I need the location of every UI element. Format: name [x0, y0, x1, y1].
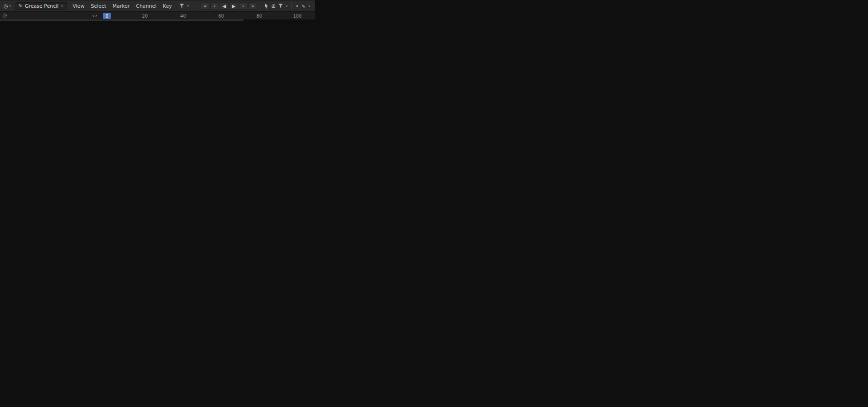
- blender-window: ⊞∨ ◩Object Mode∨ ViewSelectAddObject ◎Cu…: [0, 0, 868, 407]
- frame-tick-20: 20: [142, 14, 148, 19]
- current-frame-indicator[interactable]: 0: [103, 13, 111, 19]
- chev-icon: ∨: [286, 5, 288, 8]
- next-key-button[interactable]: ›: [239, 2, 248, 10]
- play-reverse-button[interactable]: ◀: [220, 2, 229, 10]
- playback-controls: «‹◀▶›»: [201, 2, 257, 10]
- chev-icon: ∨: [308, 5, 310, 8]
- dope-sheet-editor: ◷∨ ✎Grease Pencil∨ ViewSelectMarkerChann…: [0, 0, 315, 19]
- dope-sheet-right-controls[interactable]: ⊞∨•∿∨: [262, 3, 312, 9]
- funnel-button[interactable]: [277, 4, 284, 8]
- wave-icon: ∿: [301, 4, 305, 9]
- grease-pencil-icon: ✎: [19, 4, 23, 9]
- editor-corner-icon[interactable]: ◷: [3, 13, 7, 18]
- menu-view[interactable]: View: [70, 3, 88, 9]
- dope-sheet-filter-controls[interactable]: ∨: [178, 4, 191, 8]
- separator: [291, 3, 292, 9]
- funnel-icon: [278, 4, 283, 8]
- menu-key[interactable]: Key: [160, 3, 175, 9]
- dot-button[interactable]: •: [295, 4, 300, 9]
- ortho-button[interactable]: ⊞: [271, 4, 277, 9]
- chev-button[interactable]: ∨: [186, 5, 190, 8]
- chevron-down-icon: ∨: [61, 5, 63, 8]
- dot-icon: •: [296, 4, 299, 9]
- dope-sheet-mode-dropdown[interactable]: ✎Grease Pencil∨: [15, 2, 67, 10]
- ruler-scroll-arrows[interactable]: ‹›: [92, 13, 98, 18]
- dope-sheet-menus: ViewSelectMarkerChannelKey: [70, 3, 175, 9]
- play-button[interactable]: ▶: [229, 2, 238, 10]
- jump-end-button[interactable]: »: [248, 2, 257, 10]
- frame-tick-40: 40: [180, 14, 186, 19]
- frame-ruler[interactable]: ◷ ‹› 020406080100120140160180200220240 0: [0, 11, 315, 19]
- cursor-arrow-button[interactable]: [263, 3, 270, 9]
- dope-sheet-header: ◷∨ ✎Grease Pencil∨ ViewSelectMarkerChann…: [0, 0, 315, 11]
- arrow-r-sm-icon: ›: [95, 13, 98, 18]
- ortho-icon: ⊞: [272, 4, 276, 9]
- chev-icon: ∨: [187, 5, 189, 8]
- chevron-down-icon: ∨: [9, 5, 11, 8]
- cursor-arrow-icon: [264, 3, 269, 9]
- funnel-button[interactable]: [179, 4, 185, 8]
- dope-sheet-icon: ◷: [4, 4, 8, 9]
- frame-tick-80: 80: [256, 14, 262, 19]
- menu-channel[interactable]: Channel: [133, 3, 160, 9]
- chev-button[interactable]: ∨: [285, 5, 289, 8]
- menu-select[interactable]: Select: [88, 3, 110, 9]
- menu-marker[interactable]: Marker: [110, 3, 133, 9]
- jump-start-button[interactable]: «: [201, 2, 210, 10]
- prev-key-button[interactable]: ‹: [210, 2, 219, 10]
- chev-button[interactable]: ∨: [307, 5, 311, 8]
- editor-type-button[interactable]: ◷∨: [3, 4, 12, 9]
- frame-tick-100: 100: [293, 14, 301, 19]
- wave-button[interactable]: ∿: [300, 4, 306, 9]
- funnel-icon: [180, 4, 184, 8]
- frame-tick-60: 60: [218, 14, 224, 19]
